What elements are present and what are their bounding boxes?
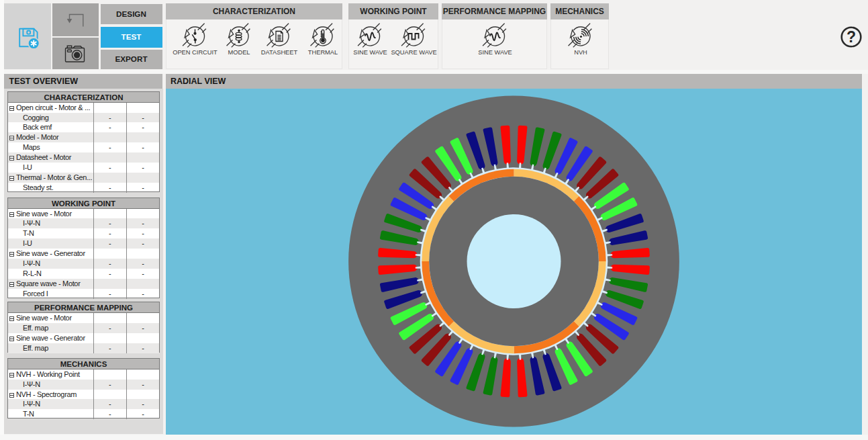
svg-text:?: ?	[847, 28, 856, 46]
